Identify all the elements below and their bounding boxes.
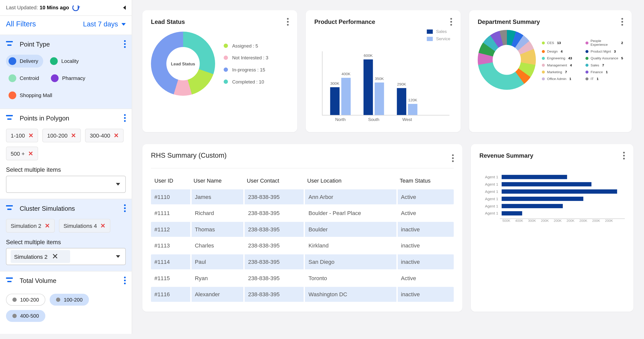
sidebar: Last Updated: 10 Mins ago All Filters La… [0, 0, 132, 334]
department-summary-title: Department Summary [478, 18, 540, 25]
cs-select-label: Select multiple items [0, 238, 132, 248]
table-row[interactable]: #1112Thomas238-838-395Boulderinactive [151, 222, 454, 237]
rhs-menu[interactable] [452, 154, 454, 162]
close-icon[interactable]: ✕ [28, 150, 33, 157]
filter-icon [6, 115, 15, 121]
lead-status-legend: Assigned : 5Not Interested : 3In-progres… [224, 43, 268, 84]
product-performance-chart: 300K400KNorth600K350KSouth290K120KWest [322, 51, 450, 115]
polygon-range-pill[interactable]: 1-100 ✕ [6, 129, 38, 142]
cs-selected-chip[interactable]: Simulations 2 ✕ [11, 250, 70, 263]
revenue-summary-menu[interactable] [623, 152, 625, 160]
point-type-chip[interactable]: Centroid [6, 72, 44, 85]
legend-item: Service [427, 36, 450, 41]
product-performance-card: Product Performance SalesService 300K400… [306, 10, 461, 132]
lead-status-card: Lead Status Lead Status Assigned : 5Not … [142, 10, 297, 132]
filters-header: All Filters Last 7 days [0, 15, 132, 35]
filter-icon [6, 277, 15, 283]
lead-status-menu[interactable] [287, 18, 289, 26]
total-volume-menu[interactable] [124, 277, 126, 284]
table-cell: Active [396, 271, 454, 286]
polygon-range-pill[interactable]: 500 + ✕ [6, 147, 38, 160]
collapse-sidebar-icon[interactable] [123, 6, 126, 10]
table-cell: #1115 [151, 271, 190, 286]
axis-tick: 200K [577, 219, 590, 223]
volume-chip[interactable]: 100-200 [6, 294, 45, 306]
volume-chip[interactable]: 400-500 [6, 310, 45, 322]
bar-group: 600K350KSouth [364, 59, 384, 115]
refresh-icon[interactable] [72, 4, 79, 11]
lead-status-donut: Lead Status [151, 32, 215, 96]
date-range-dropdown[interactable]: Last 7 days [83, 21, 126, 28]
point-type-menu[interactable] [124, 40, 126, 48]
table-cell: inactive [396, 287, 454, 302]
table-cell: James [190, 189, 244, 204]
close-icon[interactable]: ✕ [100, 222, 105, 229]
legend-item: IT 1 [585, 77, 623, 81]
table-cell: Boulder - Pearl Place [304, 206, 396, 221]
total-volume-title: Total Volume [20, 277, 56, 284]
table-cell: inactive [396, 238, 454, 253]
point-type-chip[interactable]: Shopping Mall [6, 89, 57, 102]
table-cell: 238-838-395 [243, 271, 304, 286]
table-cell: 238-838-395 [243, 238, 304, 253]
close-icon[interactable]: ✕ [45, 222, 50, 229]
table-cell: Thomas [190, 222, 244, 237]
close-icon[interactable]: ✕ [52, 252, 58, 261]
date-range-label: Last 7 days [83, 21, 118, 28]
department-summary-menu[interactable] [621, 18, 623, 26]
total-volume-chips: 100-200100-200400-500 [0, 289, 132, 329]
table-cell: inactive [396, 255, 454, 270]
revenue-axis: 500K400K300K200K200K200K200K200K200K [500, 219, 625, 223]
table-cell: Charles [190, 238, 244, 253]
table-row[interactable]: #1110James238-838-395Ann ArborActive [151, 189, 454, 204]
table-row[interactable]: #1111Richard238-838-395Boulder - Pearl P… [151, 206, 454, 221]
cluster-sim-menu[interactable] [124, 204, 126, 212]
cluster-sim-pill[interactable]: Simulations 4 ✕ [59, 219, 110, 232]
axis-tick: 200K [564, 219, 577, 223]
cluster-sim-pill[interactable]: Simulation 2 ✕ [6, 219, 55, 232]
polygon-range-pill[interactable]: 300-400 ✕ [85, 129, 124, 142]
point-type-chip[interactable]: Delivery [6, 55, 43, 68]
revenue-summary-card: Revenue Summary Agent 1Agent 1Agent 1Age… [471, 144, 633, 312]
axis-tick: 200K [551, 219, 564, 223]
all-filters-label[interactable]: All Filters [6, 20, 36, 29]
point-type-title: Point Type [20, 40, 50, 48]
point-type-chip[interactable]: Locality [48, 55, 84, 68]
point-type-chip[interactable]: Pharmacy [49, 72, 91, 85]
polygon-range-pill[interactable]: 100-200 ✕ [43, 129, 81, 142]
axis-tick: 300K [526, 219, 538, 223]
product-performance-menu[interactable] [450, 18, 452, 26]
points-in-polygon-menu[interactable] [124, 114, 126, 122]
table-row[interactable]: #1114Paul238-838-395San Diegoinactive [151, 255, 454, 270]
table-row[interactable]: #1115Ryan238-838-395TorontoActive [151, 271, 454, 286]
close-icon[interactable]: ✕ [28, 132, 33, 139]
legend-item: Office Admin 1 [542, 77, 579, 81]
point-type-section: Point Type DeliveryLocalityCentroidPharm… [0, 35, 132, 109]
filter-icon [6, 41, 15, 47]
filter-icon [6, 205, 15, 211]
points-in-polygon-section: Points in Polygon 1-100 ✕100-200 ✕300-40… [0, 109, 132, 199]
table-cell: inactive [396, 222, 454, 237]
pip-select[interactable] [6, 176, 126, 193]
cs-select[interactable]: Simulations 2 ✕ [6, 248, 126, 265]
revenue-bar-row: Agent 1 [481, 189, 622, 194]
table-row[interactable]: #1116Alexander238-838-395Washington DCin… [151, 287, 454, 302]
axis-tick: 200K [602, 219, 615, 223]
table-cell: Ann Arbor [304, 189, 396, 204]
table-cell: San Diego [304, 255, 396, 270]
close-icon[interactable]: ✕ [71, 132, 76, 139]
table-cell: 238-838-395 [243, 222, 304, 237]
table-row[interactable]: #1113Charles238-838-395Kirklandinactive [151, 238, 454, 253]
legend-item: Not Interested : 3 [224, 55, 268, 60]
cluster-sim-title: Cluster Simulations [20, 204, 75, 212]
lead-status-title: Lead Status [151, 18, 185, 25]
legend-item: Engineering 43 [542, 56, 579, 60]
table-header-row: User IDUser NameUser ContactUser Locatio… [151, 173, 454, 188]
revenue-bar-row: Agent 1 [481, 211, 622, 216]
point-type-chips: DeliveryLocalityCentroidPharmacyShopping… [0, 53, 132, 109]
bar-group: 300K400KNorth [330, 78, 351, 115]
table-cell: 238-838-395 [243, 189, 304, 204]
close-icon[interactable]: ✕ [114, 132, 119, 139]
cs-selected-label: Simulations 2 [14, 253, 48, 260]
volume-chip[interactable]: 100-200 [50, 294, 89, 306]
